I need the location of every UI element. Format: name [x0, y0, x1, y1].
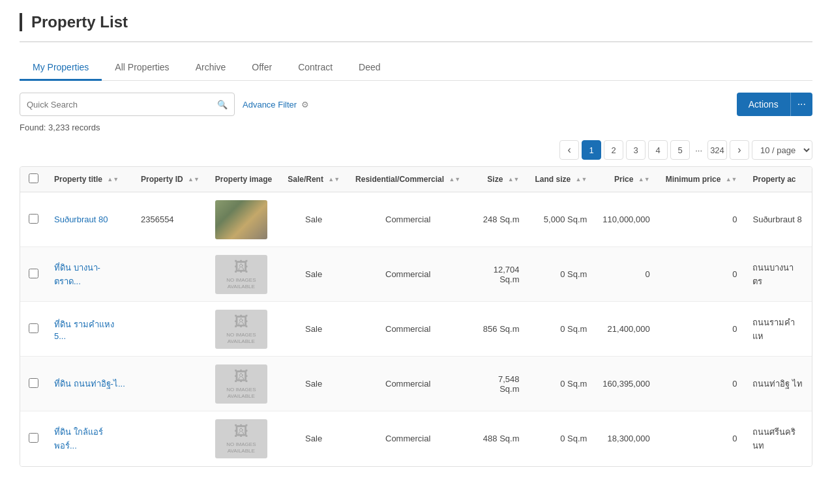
actions-button[interactable]: Actions [737, 93, 790, 116]
size-cell: 7,548 Sq.m [468, 357, 527, 411]
col-header-minimum-price[interactable]: Minimum price ▲▼ [658, 167, 745, 192]
size-cell: 12,704 Sq.m [468, 247, 527, 302]
page-1-button[interactable]: 1 [582, 140, 601, 160]
sale-rent-cell: Sale [280, 192, 348, 247]
land-size-cell: 5,000 Sq.m [527, 192, 595, 247]
toolbar: 🔍 Advance Filter ⚙ Actions ··· [20, 93, 812, 116]
row-checkbox[interactable] [29, 214, 38, 224]
no-image-icon: 🖼 [234, 259, 248, 276]
property-id-cell: 2356554 [133, 192, 207, 247]
sale-rent-cell: Sale [280, 357, 348, 411]
row-checkbox[interactable] [29, 378, 38, 388]
price-cell: 21,400,000 [595, 302, 657, 357]
property-address-cell: ถนนท่าอิฐ ไท [745, 357, 812, 411]
page-2-button[interactable]: 2 [604, 140, 623, 160]
land-size-cell: 0 Sq.m [527, 247, 595, 302]
property-address-cell: Suðurbraut 8 [745, 192, 812, 247]
property-image-cell: 🖼NO IMAGESAVAILABLE [207, 247, 280, 302]
sale-rent-cell: Sale [280, 247, 348, 302]
col-header-sale-rent[interactable]: Sale/Rent ▲▼ [280, 167, 348, 192]
property-title-cell: ที่ดิน บางนา-ตราด... [46, 247, 133, 302]
land-size-cell: 0 Sq.m [527, 357, 595, 411]
property-title-cell: ที่ดิน รามคำแหง 5... [46, 302, 133, 357]
no-image-icon: 🖼 [234, 423, 248, 440]
select-all-checkbox[interactable] [29, 173, 38, 183]
no-image-label: NO IMAGESAVAILABLE [226, 441, 256, 454]
tab-my-properties[interactable]: My Properties [20, 55, 102, 81]
property-title-cell: ที่ดิน ใกล้แอร์พอร์... [46, 411, 133, 466]
page-last-button[interactable]: 324 [707, 140, 727, 160]
tab-offer[interactable]: Offer [239, 55, 285, 81]
row-checkbox-cell [20, 357, 46, 411]
property-image [215, 200, 267, 239]
col-header-property-title[interactable]: Property title ▲▼ [46, 167, 133, 192]
row-checkbox-cell [20, 192, 46, 247]
col-header-price[interactable]: Price ▲▼ [595, 167, 657, 192]
property-id-cell [133, 357, 207, 411]
col-header-property-address: Property ac [745, 167, 812, 192]
row-checkbox-cell [20, 411, 46, 466]
residential-commercial-cell: Commercial [348, 302, 468, 357]
tab-archive[interactable]: Archive [183, 55, 239, 81]
property-title-cell: Suðurbraut 80 [46, 192, 133, 247]
col-header-residential-commercial[interactable]: Residential/Commercial ▲▼ [348, 167, 468, 192]
col-header-property-image: Property image [207, 167, 280, 192]
pagination: ‹ 1 2 3 4 5 ··· 324 › 10 / page 25 / pag… [20, 140, 812, 160]
table-row: ที่ดิน รามคำแหง 5...🖼NO IMAGESAVAILABLES… [20, 302, 812, 357]
no-image-icon: 🖼 [234, 368, 248, 385]
tab-deed[interactable]: Deed [346, 55, 393, 81]
gear-icon: ⚙ [301, 100, 309, 110]
prev-page-button[interactable]: ‹ [559, 140, 579, 160]
next-page-button[interactable]: › [730, 140, 749, 160]
tab-all-properties[interactable]: All Properties [102, 55, 182, 81]
actions-more-button[interactable]: ··· [790, 93, 812, 116]
sale-rent-cell: Sale [280, 411, 348, 466]
page-5-button[interactable]: 5 [670, 140, 690, 160]
page-wrapper: Property List My Properties All Properti… [0, 0, 832, 504]
tab-contract[interactable]: Contract [285, 55, 346, 81]
row-checkbox-cell [20, 247, 46, 302]
residential-commercial-cell: Commercial [348, 357, 468, 411]
sort-icon-sale-rent: ▲▼ [328, 177, 340, 183]
sort-icon-land-size: ▲▼ [576, 177, 587, 183]
header-checkbox-col [20, 167, 46, 192]
no-image-label: NO IMAGESAVAILABLE [226, 277, 256, 289]
col-header-size[interactable]: Size ▲▼ [468, 167, 527, 192]
price-cell: 18,300,000 [595, 411, 657, 466]
property-title-link[interactable]: ที่ดิน รามคำแหง 5... [54, 319, 114, 341]
table-header-row: Property title ▲▼ Property ID ▲▼ Propert… [20, 167, 812, 192]
row-checkbox[interactable] [29, 269, 38, 278]
no-image-placeholder: 🖼NO IMAGESAVAILABLE [215, 364, 267, 404]
land-size-cell: 0 Sq.m [527, 302, 595, 357]
advance-filter-label: Advance Filter [243, 100, 297, 110]
property-title-link[interactable]: ที่ดิน ใกล้แอร์พอร์... [54, 427, 103, 451]
property-title-cell: ที่ดิน ถนนท่าอิฐ-ไ... [46, 357, 133, 411]
page-4-button[interactable]: 4 [648, 140, 668, 160]
minimum-price-cell: 0 [658, 357, 745, 411]
no-image-label: NO IMAGESAVAILABLE [226, 332, 256, 344]
sort-icon-res-com: ▲▼ [449, 177, 460, 183]
property-image-cell: 🖼NO IMAGESAVAILABLE [207, 302, 280, 357]
table-row: ที่ดิน ถนนท่าอิฐ-ไ...🖼NO IMAGESAVAILABLE… [20, 357, 812, 411]
row-checkbox[interactable] [29, 433, 38, 443]
property-image-cell: 🖼NO IMAGESAVAILABLE [207, 411, 280, 466]
residential-commercial-cell: Commercial [348, 192, 468, 247]
property-title-link[interactable]: ที่ดิน ถนนท่าอิฐ-ไ... [54, 379, 125, 389]
search-box[interactable]: 🔍 [20, 93, 235, 116]
property-address-cell: ถนนศรีนครินท [745, 411, 812, 466]
col-header-property-id[interactable]: Property ID ▲▼ [133, 167, 207, 192]
property-image-cell: 🖼NO IMAGESAVAILABLE [207, 357, 280, 411]
col-header-land-size[interactable]: Land size ▲▼ [527, 167, 595, 192]
row-checkbox-cell [20, 302, 46, 357]
page-size-select[interactable]: 10 / page 25 / page 50 / page [752, 140, 812, 160]
property-title-link[interactable]: Suðurbraut 80 [54, 215, 108, 224]
table-row: ที่ดิน ใกล้แอร์พอร์...🖼NO IMAGESAVAILABL… [20, 411, 812, 466]
search-input[interactable] [27, 100, 217, 110]
row-checkbox[interactable] [29, 323, 38, 333]
page-3-button[interactable]: 3 [626, 140, 646, 160]
sale-rent-cell: Sale [280, 302, 348, 357]
property-title-link[interactable]: ที่ดิน บางนา-ตราด... [54, 263, 100, 286]
advance-filter-link[interactable]: Advance Filter ⚙ [243, 100, 309, 110]
no-image-icon: 🖼 [234, 314, 248, 331]
page-title: Property List [31, 13, 128, 31]
